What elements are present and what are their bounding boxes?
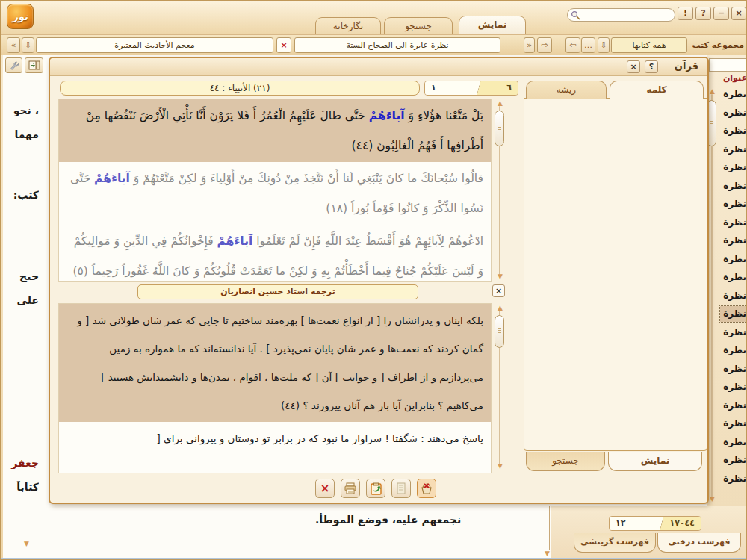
- doc-text-line: نجمعهم عليه، فوضع الموطأ.: [315, 514, 548, 526]
- book-group-combo[interactable]: همه كتابها: [611, 37, 687, 53]
- verse-selected[interactable]: بَلْ مَتَّعْنا هؤُلاءِ وَ آباءَهُمْ حَتَ…: [59, 99, 491, 162]
- sidebar-item[interactable]: نظرة: [720, 87, 747, 102]
- nav-back-icon[interactable]: ⇦: [565, 37, 580, 53]
- translation-area[interactable]: بلكه اينان و پدرانشان را [ از انواع نعمت…: [58, 303, 492, 473]
- sidebar-item[interactable]: نظرة: [720, 435, 747, 450]
- scroll-down-icon[interactable]: ▼: [708, 496, 716, 503]
- notes-icon[interactable]: [391, 479, 411, 498]
- book-combo[interactable]: معجم الأحاديث المعتبرة: [36, 37, 273, 53]
- translation-scrollbar[interactable]: ▲ ▼: [495, 303, 506, 472]
- title-bar: نور ! ? − × نمایش جستجو نگارخانه: [1, 1, 747, 34]
- sidebar-item[interactable]: نظرة: [720, 398, 747, 414]
- sidebar-item[interactable]: نظرة: [720, 343, 747, 358]
- verses-scrollbar[interactable]: ▲ ▼: [495, 99, 506, 282]
- translation-paragraph[interactable]: پاسخ مى‌دهند : شگفتا ! سزاوار ما نبود كه…: [59, 422, 491, 455]
- sidebar-item[interactable]: نظرة: [720, 361, 747, 377]
- sidebar-item[interactable]: نظرة: [720, 142, 747, 158]
- record-total: ١٧٠٤٤: [666, 517, 701, 530]
- close-button[interactable]: ×: [731, 7, 746, 20]
- search-input[interactable]: [583, 10, 672, 20]
- wrench-icon[interactable]: [5, 57, 22, 73]
- split-window-icon[interactable]: [25, 57, 43, 73]
- remove-from-basket-icon[interactable]: [417, 479, 436, 498]
- scroll-down-icon[interactable]: ▼: [496, 463, 504, 470]
- tab-root[interactable]: ريشه: [526, 81, 607, 99]
- sidebar-item[interactable]: نظرة: [720, 178, 747, 194]
- dialog-close-button[interactable]: ×: [627, 60, 640, 73]
- tab-display[interactable]: نمایش: [459, 16, 526, 34]
- sidebar-item[interactable]: نظرة: [720, 105, 747, 121]
- scroll-down-icon[interactable]: ▼: [496, 273, 504, 280]
- tab-tree-index[interactable]: فهرست درختی: [657, 533, 741, 553]
- scroll-down-icon[interactable]: ▼: [545, 550, 550, 557]
- nav-more-button[interactable]: …: [581, 37, 595, 53]
- record-current: ١٢: [610, 517, 657, 530]
- help-button[interactable]: ?: [695, 7, 711, 20]
- sidebar-item[interactable]: نظرة: [720, 452, 747, 468]
- doc-fragment-highlight: جعفر: [3, 457, 39, 469]
- alert-button[interactable]: !: [678, 7, 693, 20]
- dialog-help-button[interactable]: ؟: [645, 60, 658, 73]
- close-results-button[interactable]: ×: [315, 479, 335, 498]
- collapse-icon[interactable]: «: [7, 37, 20, 53]
- verse-text: قالُوا سُبْحانَكَ ما كانَ يَنْبَغِي لَنا…: [130, 172, 483, 185]
- verse-total: ٦: [483, 81, 518, 95]
- sidebar-item[interactable]: نظرة: [720, 379, 747, 395]
- sidebar-item[interactable]: نظرة: [720, 233, 747, 249]
- print-icon[interactable]: [341, 479, 360, 498]
- scrollbar-thumb[interactable]: [495, 111, 504, 146]
- tab-selective-index[interactable]: فهرست گزینشی: [574, 533, 656, 553]
- sidebar-list: نظرةنظرةنظرةنظرةنظرةنظرةنظرةنظرةنظرةنظرة…: [720, 87, 747, 487]
- scroll-up-icon[interactable]: ▲: [496, 305, 504, 311]
- verse-match-word: آباءَهُمْ: [94, 172, 130, 185]
- navigation-toolbar: مجموعه كتب همه كتابها ⇩ ⇦ … ⇨ » نظرة عاب…: [1, 34, 747, 55]
- scroll-down-icon[interactable]: ▼: [24, 541, 29, 547]
- sidebar-item[interactable]: نظرة: [720, 288, 747, 304]
- application-window: نور ! ? − × نمایش جستجو نگارخانه مجموعه …: [0, 0, 747, 560]
- sidebar-item[interactable]: نظرة: [720, 252, 747, 267]
- scroll-up-icon[interactable]: ▲: [496, 100, 504, 107]
- doc-fragment: مهما: [3, 128, 39, 140]
- copy-to-clipboard-icon[interactable]: [366, 479, 385, 498]
- document-title-field[interactable]: نظرة عابرة الی الصحاح الستة: [294, 37, 500, 53]
- nav-forward-icon[interactable]: ⇨: [537, 37, 552, 53]
- tab-word[interactable]: كلمه: [610, 81, 704, 99]
- scrollbar-thumb[interactable]: [495, 315, 504, 348]
- quran-dialog-titlebar[interactable]: قرآن ؟ ×: [50, 58, 707, 76]
- book-group-label: مجموعه كتب: [690, 40, 744, 50]
- translation-paragraph-selected[interactable]: بلكه اينان و پدرانشان را [ از انواع نعمت…: [59, 304, 491, 422]
- quran-dialog: قرآن ؟ × (٢١) الأنبياء : ٤٤ ١ ٦ بَلْ مَت…: [49, 57, 709, 504]
- sidebar-filter-input[interactable]: [709, 58, 746, 72]
- sidebar-item[interactable]: نظرة: [720, 471, 747, 487]
- panel-tab-search[interactable]: جستجو: [526, 452, 605, 471]
- tab-gallery[interactable]: نگارخانه: [315, 17, 381, 34]
- sidebar-item[interactable]: نظرة: [720, 196, 747, 212]
- sidebar-item[interactable]: نظرة: [720, 215, 747, 231]
- verse-counter: ١ ٦: [424, 81, 518, 96]
- sidebar-item[interactable]: نظرة: [720, 416, 747, 432]
- minimize-button[interactable]: −: [713, 7, 729, 20]
- pane-splitter[interactable]: [549, 506, 550, 550]
- sidebar-item[interactable]: نظرة: [720, 306, 747, 322]
- verse[interactable]: ادْعُوهُمْ لِآبائِهِمْ هُوَ أَقْسَطُ عِن…: [59, 225, 491, 282]
- doc-fragment: على: [3, 294, 39, 306]
- verse[interactable]: قالُوا سُبْحانَكَ ما كانَ يَنْبَغِي لَنا…: [59, 162, 491, 225]
- sidebar-item[interactable]: نظرة: [720, 160, 747, 175]
- doc-fragment: ، نحو: [3, 105, 39, 116]
- sidebar-item[interactable]: نظرة: [720, 325, 747, 340]
- doc-fragment: كتاباً: [3, 481, 39, 493]
- close-book-button[interactable]: ×: [276, 37, 291, 53]
- sidebar-item[interactable]: نظرة: [720, 123, 747, 139]
- book-group-drop-icon[interactable]: ⇩: [598, 37, 610, 53]
- verses-area[interactable]: بَلْ مَتَّعْنا هؤُلاءِ وَ آباءَهُمْ حَتَ…: [58, 99, 492, 282]
- tab-search[interactable]: جستجو: [384, 17, 453, 34]
- book-drop-icon[interactable]: ⇩: [22, 37, 34, 53]
- sidebar-column-header: عنوان: [714, 73, 747, 83]
- scroll-up-icon[interactable]: ▲: [708, 88, 716, 95]
- search-icon: [571, 10, 580, 20]
- app-logo-icon: نور: [7, 4, 34, 29]
- panel-tab-display[interactable]: نمایش: [608, 452, 702, 471]
- nav-jump-icon[interactable]: »: [524, 37, 535, 53]
- sidebar-item[interactable]: نظرة: [720, 270, 747, 285]
- close-translation-button[interactable]: ×: [492, 284, 505, 297]
